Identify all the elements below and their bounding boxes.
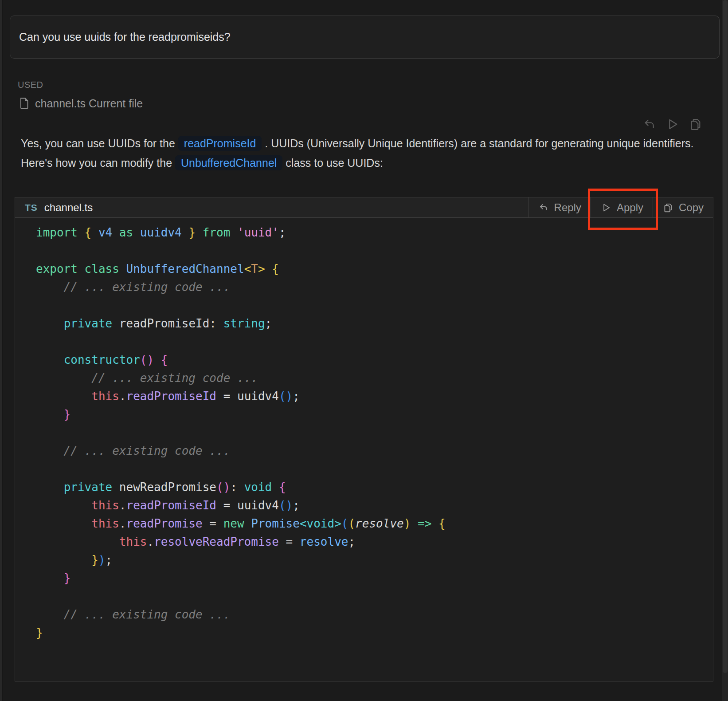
code-token: private [64,480,113,494]
code-token: // ... existing code ... [36,608,230,621]
code-token: uuidv4 [140,226,182,239]
code-token: private [64,317,113,330]
code-token: resolveReadPromise [154,535,279,548]
code-token: ; [106,553,113,567]
code-token [36,408,64,421]
code-line: this.readPromiseId = uuidv4(); [15,387,713,406]
code-token: => [418,517,431,530]
code-token: newReadPromise [112,480,216,494]
code-token: } [36,626,43,639]
code-token: ( [341,517,348,530]
code-token [411,517,418,530]
code-token: < [244,262,251,276]
code-token [133,226,140,239]
code-token: readPromise [126,517,203,530]
code-token: v4 [98,226,112,239]
code-line [15,424,713,442]
code-token: as [119,226,133,239]
code-token [154,353,161,366]
code-token: void [244,480,272,494]
code-block-title-area: TS channel.ts [15,197,528,217]
reply-button[interactable]: Reply [528,197,591,217]
code-token: from [203,226,231,239]
context-file-item[interactable]: channel.ts Current file [20,97,728,110]
code-token: this [91,390,119,403]
code-token: import [36,226,78,239]
code-token [36,517,91,530]
copy-button[interactable]: Copy [653,197,713,217]
code-token [265,262,272,276]
context-file-hint: Current file [89,97,143,110]
code-line [15,242,713,260]
code-token [230,226,237,239]
code-token [272,480,279,494]
code-line: this.resolveReadPromise = resolve; [15,533,713,551]
code-token: T [251,262,258,276]
code-content: import { v4 as uuidv4 } from 'uuid';expo… [15,218,713,681]
code-token: this [119,535,147,548]
scrollbar-thumb[interactable] [723,0,728,673]
code-token: readPromiseId [126,499,217,512]
code-token: } [64,408,71,421]
user-message-text: Can you use uuids for the readpromiseids… [19,31,231,43]
code-line: } [15,406,713,424]
code-token [182,226,189,239]
code-token [36,571,64,585]
copy-button-label: Copy [679,201,704,214]
inline-code-chip: readPromiseId [178,136,262,151]
reply-button-label: Reply [554,201,581,214]
code-token: ) [404,517,411,530]
code-token: ; [293,390,300,403]
context-file-label: channel.ts Current file [35,97,143,110]
code-token [78,262,85,276]
code-token [36,499,91,512]
reply-arrow-icon [538,202,549,213]
code-line: // ... existing code ... [15,606,713,624]
code-token: Promise [251,517,300,530]
copy-icon[interactable] [689,117,703,131]
code-token: { [279,480,286,494]
code-token [36,390,91,403]
code-token: <void> [300,517,341,530]
code-block-buttons: Reply Apply Copy [528,197,713,217]
code-token: ; [265,317,272,330]
code-token: ; [279,226,286,239]
code-line: private newReadPromise(): void { [15,478,713,496]
code-block-header: TS channel.ts Reply Apply [15,197,713,218]
code-token: { [161,353,168,366]
code-line: this.readPromise = new Promise<void>((re… [15,515,713,533]
code-token: = [203,517,223,530]
code-token: // ... existing code ... [36,371,258,385]
scrollbar[interactable] [722,0,728,701]
code-token: { [438,517,446,530]
code-token: this [91,499,119,512]
code-token: . [119,499,126,512]
code-token: export [36,262,78,276]
code-token [36,535,119,548]
play-icon[interactable] [665,117,680,131]
copy-icon [662,202,674,213]
code-token: class [85,262,119,276]
code-line [15,460,713,478]
code-token: () [140,353,154,366]
code-token: readPromiseId: [112,317,223,330]
code-line [15,333,713,351]
code-token [112,226,119,239]
code-token: . [119,517,126,530]
code-line: }); [15,551,713,569]
reply-arrow-icon[interactable] [642,117,657,131]
play-icon [600,202,612,213]
code-token: = uuidv4 [216,390,279,403]
answer-text-segment: class to use UUIDs: [282,157,383,169]
code-token: resolve [300,535,348,548]
message-actions [0,117,728,132]
context-file-name: channel.ts [35,97,86,110]
code-token [431,517,438,530]
apply-button[interactable]: Apply [591,197,653,217]
code-line: private readPromiseId: string; [15,315,713,333]
code-token: . [119,390,126,403]
code-token: } [91,553,98,567]
code-token: ; [348,535,355,548]
code-line [15,296,713,315]
code-token: > [258,262,265,276]
